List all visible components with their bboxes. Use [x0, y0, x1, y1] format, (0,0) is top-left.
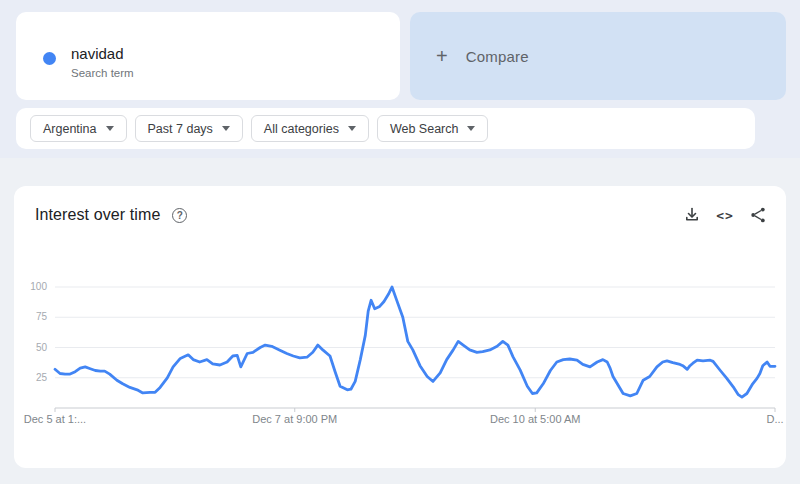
- x-axis-tick-label: Dec 5 at 1:...: [24, 413, 86, 425]
- y-axis-tick-label: 75: [17, 311, 47, 322]
- search-type-filter-label: Web Search: [390, 122, 459, 136]
- download-icon: [683, 206, 701, 224]
- trend-line-svg: [55, 287, 775, 408]
- x-axis-tick-label: Dec 10 at 5:00 AM: [490, 413, 581, 425]
- embed-icon: <>: [716, 208, 734, 223]
- compare-label: Compare: [466, 48, 529, 65]
- filter-bar: Argentina Past 7 days All categories Web…: [16, 108, 755, 149]
- x-axis-tick-label: D...: [766, 413, 783, 425]
- y-axis-tick-label: 25: [17, 372, 47, 383]
- time-range-filter-dropdown[interactable]: Past 7 days: [135, 115, 243, 142]
- chevron-down-icon: [348, 126, 356, 131]
- y-axis-tick-label: 100: [17, 281, 47, 292]
- chart-card-header: Interest over time ? <>: [14, 186, 786, 225]
- y-axis-tick-label: 50: [17, 342, 47, 353]
- interest-over-time-card: Interest over time ? <> 255075100 Dec 5 …: [14, 186, 786, 468]
- search-term-type-label: Search term: [71, 67, 134, 79]
- share-button[interactable]: [748, 205, 768, 225]
- category-filter-label: All categories: [264, 122, 339, 136]
- plus-icon: +: [436, 46, 448, 66]
- search-term-value: navidad: [71, 45, 124, 62]
- trend-chart-plot[interactable]: 255075100 Dec 5 at 1:...Dec 7 at 9:00 PM…: [55, 287, 775, 408]
- series-color-dot-icon: [43, 52, 56, 65]
- category-filter-dropdown[interactable]: All categories: [251, 115, 369, 142]
- region-filter-dropdown[interactable]: Argentina: [30, 115, 127, 142]
- chevron-down-icon: [106, 126, 114, 131]
- time-range-filter-label: Past 7 days: [148, 122, 213, 136]
- search-term-card[interactable]: navidad Search term: [16, 12, 400, 100]
- download-button[interactable]: [682, 205, 702, 225]
- x-axis-tick-label: Dec 7 at 9:00 PM: [252, 413, 337, 425]
- compare-card[interactable]: + Compare: [410, 12, 786, 100]
- embed-button[interactable]: <>: [715, 205, 735, 225]
- region-filter-label: Argentina: [43, 122, 97, 136]
- chevron-down-icon: [222, 126, 230, 131]
- help-icon[interactable]: ?: [172, 208, 187, 223]
- search-type-filter-dropdown[interactable]: Web Search: [377, 115, 489, 142]
- chevron-down-icon: [467, 126, 475, 131]
- share-icon: [749, 206, 767, 224]
- chart-title: Interest over time: [35, 206, 160, 224]
